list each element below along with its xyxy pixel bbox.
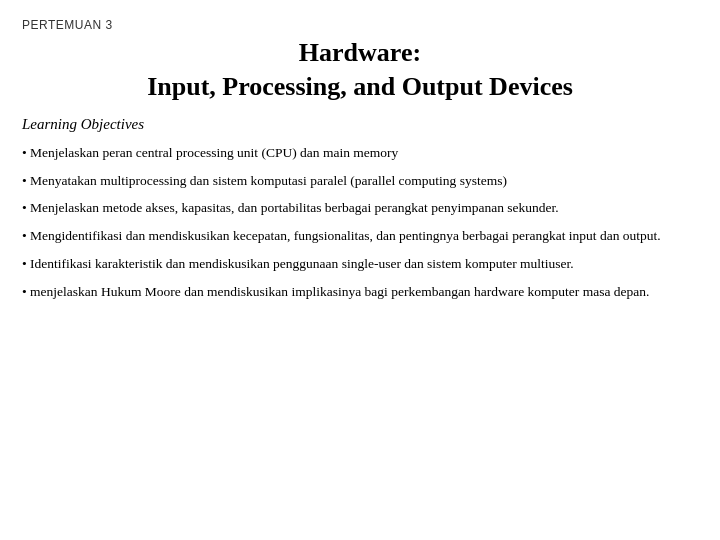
main-title: Hardware: Input, Processing, and Output …: [22, 36, 698, 104]
title-line2: Input, Processing, and Output Devices: [147, 72, 573, 101]
list-item: • Menyatakan multiprocessing dan sistem …: [22, 171, 698, 192]
list-item: • Identifikasi karakteristik dan mendisk…: [22, 254, 698, 275]
title-line1: Hardware:: [299, 38, 421, 67]
list-item: • Menjelaskan peran central processing u…: [22, 143, 698, 164]
objectives-list: • Menjelaskan peran central processing u…: [22, 143, 698, 304]
list-item: • menjelaskan Hukum Moore dan mendiskusi…: [22, 282, 698, 303]
list-item: • Mengidentifikasi dan mendiskusikan kec…: [22, 226, 698, 247]
section-heading: Learning Objectives: [22, 116, 698, 133]
pertemuan-label: PERTEMUAN 3: [22, 18, 698, 32]
list-item: • Menjelaskan metode akses, kapasitas, d…: [22, 198, 698, 219]
page-container: PERTEMUAN 3 Hardware: Input, Processing,…: [0, 0, 720, 540]
